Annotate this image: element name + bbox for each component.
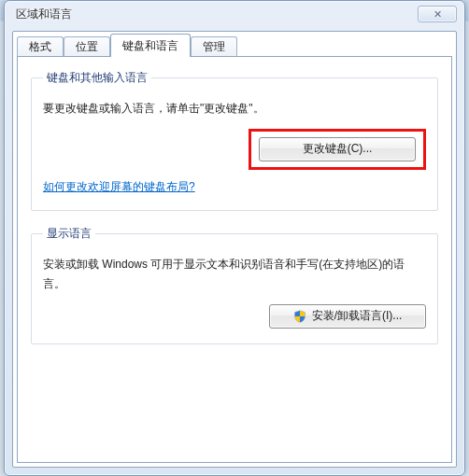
tab-format[interactable]: 格式 (17, 36, 64, 57)
tab-label: 格式 (29, 39, 51, 55)
tab-page: 键盘和其他输入语言 要更改键盘或输入语言，请单击"更改键盘"。 更改键盘(C).… (17, 56, 452, 463)
tab-label: 键盘和语言 (122, 38, 178, 54)
titlebar: 区域和语言 ✕ (5, 1, 464, 27)
group-display-language: 显示语言 安装或卸载 Windows 可用于显示文本和识别语音和手写(在支持地区… (31, 226, 438, 344)
change-keyboard-button[interactable]: 更改键盘(C)... (259, 137, 416, 161)
client-area: 格式 位置 键盘和语言 管理 键盘和其他输入语言 要更改键盘或输入语言，请单击"… (12, 31, 457, 468)
button-label: 安装/卸载语言(I)... (312, 308, 403, 324)
group-keyboard: 键盘和其他输入语言 要更改键盘或输入语言，请单击"更改键盘"。 更改键盘(C).… (31, 70, 438, 211)
tab-label: 管理 (203, 39, 225, 55)
group-display-legend: 显示语言 (43, 226, 95, 242)
close-button[interactable]: ✕ (418, 6, 457, 22)
button-label: 更改键盘(C)... (303, 141, 373, 157)
tabstrip: 格式 位置 键盘和语言 管理 (13, 33, 456, 57)
close-icon: ✕ (433, 8, 442, 21)
dialog-window: 区域和语言 ✕ 格式 位置 键盘和语言 管理 键盘和其他输入语言 要更改键盘或输… (4, 0, 465, 476)
uac-shield-icon (293, 310, 306, 323)
group-keyboard-legend: 键盘和其他输入语言 (43, 70, 151, 86)
tab-location[interactable]: 位置 (64, 36, 110, 57)
welcome-keyboard-link[interactable]: 如何更改欢迎屏幕的键盘布局? (43, 179, 195, 195)
link-label: 如何更改欢迎屏幕的键盘布局? (43, 180, 195, 193)
tab-keyboard-language[interactable]: 键盘和语言 (110, 34, 191, 57)
install-uninstall-language-button[interactable]: 安装/卸载语言(I)... (269, 304, 426, 329)
group-keyboard-desc: 要更改键盘或输入语言，请单击"更改键盘"。 (43, 99, 426, 119)
group-display-desc: 安装或卸载 Windows 可用于显示文本和识别语音和手写(在支持地区)的语言。 (43, 255, 426, 295)
tab-administrative[interactable]: 管理 (191, 36, 237, 57)
window-title: 区域和语言 (12, 7, 72, 22)
tab-label: 位置 (76, 39, 98, 55)
highlight-box: 更改键盘(C)... (249, 129, 426, 170)
